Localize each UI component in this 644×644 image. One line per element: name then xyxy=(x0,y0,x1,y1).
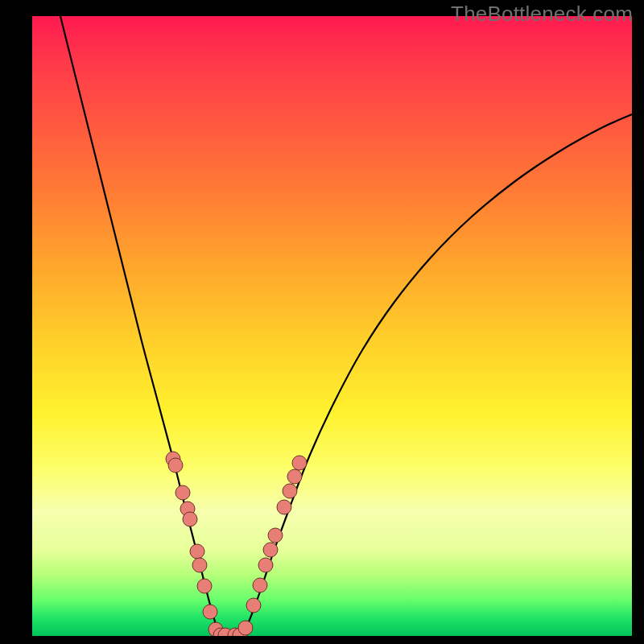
data-marker xyxy=(238,621,253,635)
data-marker xyxy=(277,500,291,514)
plot-area xyxy=(32,16,632,636)
data-marker xyxy=(246,598,261,613)
curve-left xyxy=(60,16,221,635)
markers-left xyxy=(166,452,233,636)
data-marker xyxy=(175,485,190,500)
curve-right xyxy=(240,114,632,635)
data-marker xyxy=(283,484,297,498)
data-marker xyxy=(192,558,207,572)
data-marker xyxy=(190,544,204,559)
data-marker xyxy=(292,456,307,470)
data-marker xyxy=(253,578,267,592)
data-marker xyxy=(258,558,273,572)
data-marker xyxy=(263,543,278,557)
data-marker xyxy=(287,469,302,484)
data-marker xyxy=(268,528,283,543)
chart-frame: TheBottleneck.com xyxy=(0,0,644,644)
data-marker xyxy=(183,512,197,526)
chart-svg xyxy=(32,16,632,636)
watermark-text: TheBottleneck.com xyxy=(451,2,633,27)
markers-right xyxy=(228,456,307,636)
data-marker xyxy=(197,579,212,593)
data-marker xyxy=(203,605,217,619)
data-marker xyxy=(168,458,183,473)
